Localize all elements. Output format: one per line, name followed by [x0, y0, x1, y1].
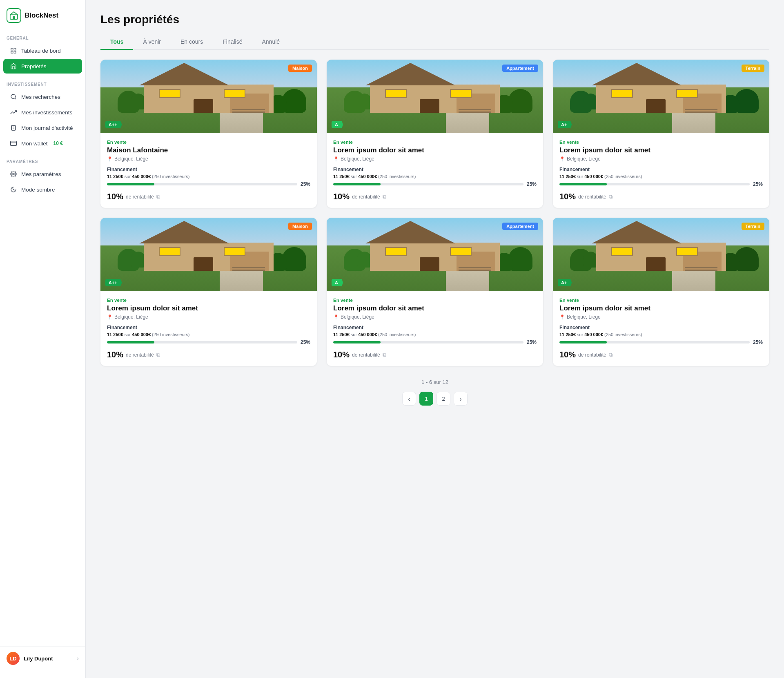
yield-label: de rentabilité	[352, 352, 380, 358]
energy-badge: A++	[105, 121, 122, 128]
progress-bar-fill	[559, 341, 607, 343]
energy-badge: A++	[105, 279, 122, 286]
card-image: Appartement A	[327, 218, 543, 291]
sidebar-item-label: Propriétés	[21, 63, 47, 69]
progress-bar-bg	[559, 183, 750, 185]
sidebar-item-mes-parametres[interactable]: Mes paramètres	[3, 167, 82, 181]
svg-rect-1	[13, 16, 15, 19]
card-title: Lorem ipsum dolor sit amet	[333, 146, 537, 154]
card-body: En vente Lorem ipsum dolor sit amet 📍 Be…	[100, 291, 317, 366]
tab-a-venir[interactable]: À venir	[133, 34, 171, 50]
badge-type: Terrain	[742, 223, 764, 230]
card-title: Lorem ipsum dolor sit amet	[107, 304, 310, 312]
progress-bar-bg	[107, 183, 297, 185]
progress-pct: 25%	[301, 181, 310, 187]
financing-desc: 11 250€ sur 450 000€ (250 investisseurs)	[559, 174, 763, 179]
user-profile[interactable]: LD Lily Dupont ›	[0, 647, 85, 670]
tab-tous[interactable]: Tous	[100, 34, 133, 50]
tab-finalise[interactable]: Finalisé	[213, 34, 252, 50]
sidebar-item-mes-recherches[interactable]: Mes recherches	[3, 89, 82, 104]
prev-page-button[interactable]: ‹	[402, 392, 416, 406]
card-yield: 10% de rentabilité ⧉	[559, 192, 763, 201]
progress-bar-bg	[333, 183, 523, 185]
card-image: Appartement A	[327, 60, 543, 133]
financing-label: Financement	[559, 167, 763, 172]
card-status: En vente	[107, 140, 310, 145]
progress-bar-fill	[333, 183, 381, 185]
pagination: ‹ 1 2 ›	[402, 392, 468, 406]
card-body: En vente Lorem ipsum dolor sit amet 📍 Be…	[327, 133, 543, 208]
progress-wrap: 25%	[107, 339, 310, 345]
badge-type: Appartement	[502, 65, 538, 72]
sidebar-item-tableau-de-bord[interactable]: Tableau de bord	[3, 43, 82, 58]
progress-bar-bg	[333, 341, 523, 343]
location-icon: 📍	[107, 156, 113, 162]
info-icon: ⧉	[383, 194, 386, 200]
page-2-button[interactable]: 2	[437, 392, 450, 406]
location-text: Belgique, Liège	[567, 156, 601, 162]
dashboard-icon	[10, 47, 17, 54]
location-text: Belgique, Liège	[567, 314, 601, 320]
page-1-button[interactable]: 1	[419, 392, 433, 406]
info-icon: ⧉	[156, 194, 160, 200]
property-grid: Maison A++ En vente Maison Lafontaine 📍 …	[100, 60, 769, 366]
search-icon	[10, 93, 17, 100]
card-title: Maison Lafontaine	[107, 146, 310, 154]
property-card-p3[interactable]: Terrain A+ En vente Lorem ipsum dolor si…	[553, 60, 769, 208]
badge-type: Appartement	[502, 223, 538, 230]
energy-badge: A+	[558, 279, 572, 286]
pagination-info: 1 - 6 sur 12	[421, 379, 448, 385]
property-card-p1[interactable]: Maison A++ En vente Maison Lafontaine 📍 …	[100, 60, 317, 208]
badge-type: Maison	[288, 223, 312, 230]
logo-icon	[7, 8, 21, 23]
card-image: Terrain A+	[553, 218, 769, 291]
financing-desc: 11 250€ sur 450 000€ (250 investisseurs)	[107, 174, 310, 179]
location-icon: 📍	[333, 156, 339, 162]
progress-wrap: 25%	[559, 181, 763, 187]
property-card-p6[interactable]: Terrain A+ En vente Lorem ipsum dolor si…	[553, 218, 769, 366]
property-card-p4[interactable]: Maison A++ En vente Lorem ipsum dolor si…	[100, 218, 317, 366]
card-yield: 10% de rentabilité ⧉	[559, 350, 763, 359]
yield-value: 10%	[107, 192, 123, 201]
property-card-p5[interactable]: Appartement A En vente Lorem ipsum dolor…	[327, 218, 543, 366]
sidebar-item-mon-journal[interactable]: Mon journal d'activité	[3, 120, 82, 135]
yield-label: de rentabilité	[578, 194, 606, 200]
financing-desc: 11 250€ sur 450 000€ (250 investisseurs)	[333, 174, 537, 179]
card-status: En vente	[333, 140, 537, 145]
card-status: En vente	[107, 298, 310, 303]
card-body: En vente Lorem ipsum dolor sit amet 📍 Be…	[553, 291, 769, 366]
card-yield: 10% de rentabilité ⧉	[107, 192, 310, 201]
sidebar-item-mon-wallet[interactable]: Mon wallet 10 €	[3, 136, 82, 151]
pagination-wrap: 1 - 6 sur 12 ‹ 1 2 ›	[100, 379, 769, 406]
location-text: Belgique, Liège	[114, 314, 148, 320]
sidebar-item-mode-sombre[interactable]: Mode sombre	[3, 182, 82, 197]
settings-icon	[10, 170, 17, 178]
next-page-button[interactable]: ›	[454, 392, 468, 406]
card-body: En vente Lorem ipsum dolor sit amet 📍 Be…	[553, 133, 769, 208]
card-title: Lorem ipsum dolor sit amet	[559, 304, 763, 312]
progress-pct: 25%	[753, 339, 763, 345]
progress-bar-fill	[559, 183, 607, 185]
avatar: LD	[7, 652, 20, 665]
avatar-initials: LD	[9, 656, 16, 662]
yield-value: 10%	[107, 350, 123, 359]
progress-bar-bg	[107, 341, 297, 343]
card-location: 📍 Belgique, Liège	[107, 314, 310, 320]
section-params-label: PARAMÈTRES	[0, 156, 85, 166]
card-title: Lorem ipsum dolor sit amet	[559, 146, 763, 154]
sidebar-item-proprietes[interactable]: Propriétés	[3, 59, 82, 74]
location-text: Belgique, Liège	[114, 156, 148, 162]
tab-en-cours[interactable]: En cours	[171, 34, 213, 50]
logo[interactable]: BlockNest	[0, 8, 85, 33]
yield-label: de rentabilité	[126, 352, 154, 358]
property-card-p2[interactable]: Appartement A En vente Lorem ipsum dolor…	[327, 60, 543, 208]
progress-pct: 25%	[301, 339, 310, 345]
location-text: Belgique, Liège	[341, 156, 374, 162]
tab-annule[interactable]: Annulé	[252, 34, 290, 50]
progress-wrap: 25%	[107, 181, 310, 187]
yield-label: de rentabilité	[126, 194, 154, 200]
properties-icon	[10, 62, 17, 70]
location-icon: 📍	[333, 314, 339, 320]
sidebar-item-mes-investissements[interactable]: Mes investissements	[3, 105, 82, 120]
financing-label: Financement	[333, 167, 537, 172]
